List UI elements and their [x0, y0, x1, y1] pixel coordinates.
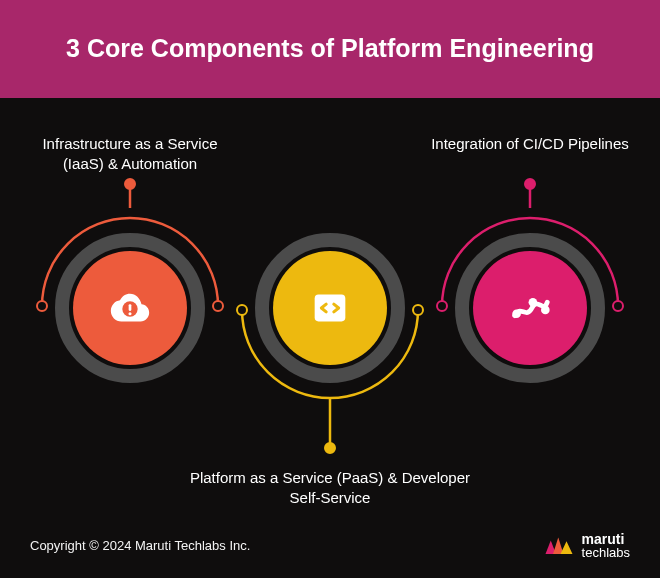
pipeline-icon: [507, 285, 553, 331]
dot-cicd-left: [436, 300, 448, 312]
dot-iaas-top: [124, 178, 136, 190]
dot-paas-right: [412, 304, 424, 316]
dot-paas-bottom: [324, 442, 336, 454]
diagram-area: Infrastructure as a Service (IaaS) & Aut…: [0, 98, 660, 518]
dot-cicd-right: [612, 300, 624, 312]
brand-name: maruti techlabs: [582, 532, 630, 559]
svg-point-5: [529, 298, 538, 307]
dot-iaas-left: [36, 300, 48, 312]
node-cicd: [455, 233, 605, 383]
label-iaas: Infrastructure as a Service (IaaS) & Aut…: [30, 134, 230, 175]
page-title: 3 Core Components of Platform Engineerin…: [66, 32, 594, 66]
dot-paas-left: [236, 304, 248, 316]
footer: Copyright © 2024 Maruti Techlabs Inc. ma…: [0, 520, 660, 578]
svg-rect-1: [129, 304, 132, 311]
label-cicd: Integration of CI/CD Pipelines: [430, 134, 630, 154]
header-banner: 3 Core Components of Platform Engineerin…: [0, 0, 660, 98]
node-iaas: [55, 233, 205, 383]
brand-line2: techlabs: [582, 546, 630, 559]
svg-point-4: [512, 309, 521, 318]
dot-iaas-right: [212, 300, 224, 312]
svg-rect-3: [315, 295, 346, 322]
node-paas: [255, 233, 405, 383]
dot-cicd-top: [524, 178, 536, 190]
cloud-alert-icon: [107, 285, 153, 331]
label-paas: Platform as a Service (PaaS) & Developer…: [175, 468, 485, 509]
code-block-icon: [307, 285, 353, 331]
brand-logo-icon: [544, 534, 574, 556]
copyright-text: Copyright © 2024 Maruti Techlabs Inc.: [30, 538, 250, 553]
brand-block: maruti techlabs: [544, 532, 630, 559]
svg-point-6: [541, 306, 550, 315]
svg-point-2: [128, 312, 131, 315]
